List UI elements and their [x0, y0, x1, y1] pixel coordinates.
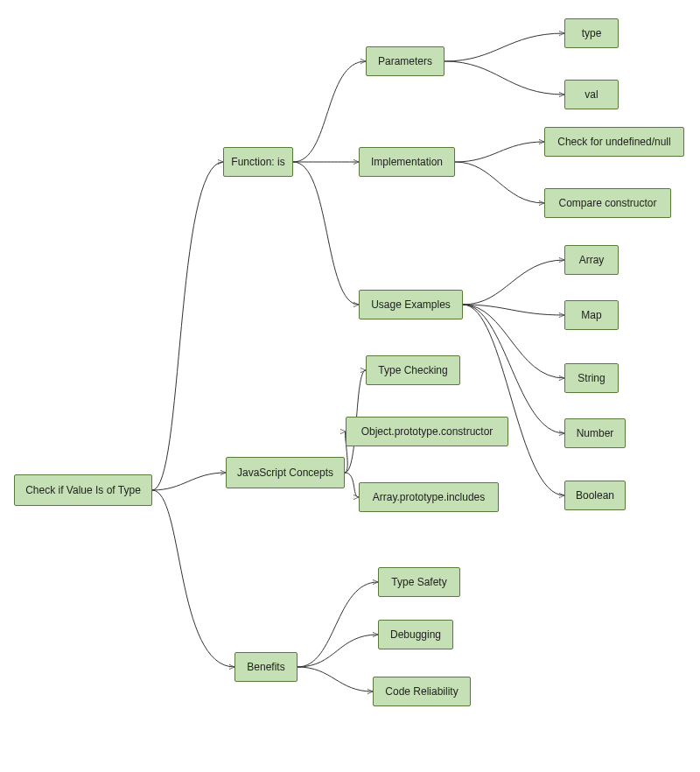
diagram-canvas: { "nodes": { "root": "Check if Value Is …: [0, 0, 700, 772]
node-usage-array: Array: [564, 245, 619, 275]
node-type-checking: Type Checking: [366, 355, 460, 385]
node-implementation: Implementation: [359, 147, 455, 177]
node-type-safety: Type Safety: [378, 567, 460, 597]
node-js-concepts: JavaScript Concepts: [226, 457, 345, 488]
node-debugging: Debugging: [378, 620, 453, 649]
node-parameters: Parameters: [366, 46, 444, 76]
node-param-val: val: [564, 80, 619, 109]
node-usage-string: String: [564, 363, 619, 393]
node-param-type: type: [564, 18, 619, 48]
node-check-undef-null: Check for undefined/null: [544, 127, 684, 157]
node-benefits: Benefits: [234, 652, 298, 682]
node-code-reliability: Code Reliability: [373, 677, 471, 706]
node-compare-constructor: Compare constructor: [544, 188, 671, 218]
node-usage-number: Number: [564, 418, 626, 448]
node-obj-constructor: Object.prototype.constructor: [346, 417, 508, 446]
node-usage-map: Map: [564, 300, 619, 330]
node-usage-examples: Usage Examples: [359, 290, 463, 319]
node-usage-boolean: Boolean: [564, 481, 626, 510]
node-root: Check if Value Is of Type: [14, 474, 152, 506]
node-function-is: Function: is: [223, 147, 293, 177]
node-array-includes: Array.prototype.includes: [359, 482, 499, 512]
